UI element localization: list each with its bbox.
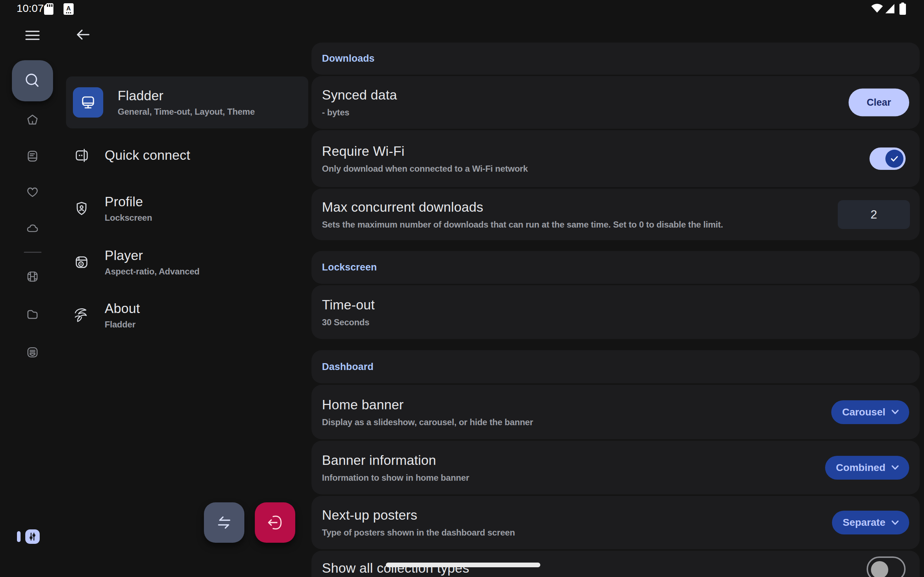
row-subtitle: Information to show in home banner [322, 472, 469, 482]
battery-icon [900, 3, 906, 15]
banner-information-dropdown[interactable]: Combined [825, 456, 909, 480]
hamburger-menu-icon [25, 30, 40, 41]
hamburger-menu-button[interactable] [24, 28, 41, 43]
row-title: Require Wi-Fi [322, 144, 528, 159]
check-icon [890, 154, 899, 163]
row-subtitle: Type of posters shown in the dashboard s… [322, 528, 515, 538]
section-header-label: Downloads [322, 53, 375, 64]
row-subtitle: Display as a slideshow, carousel, or hid… [322, 417, 533, 427]
rail-divider [24, 252, 42, 253]
cell-signal-icon [885, 4, 895, 13]
film-icon [25, 269, 40, 285]
row-title: Synced data [322, 88, 397, 103]
menu-item-title: Quick connect [105, 148, 190, 163]
settings-active-indicator [17, 531, 21, 542]
rail-item-media[interactable] [25, 269, 40, 284]
status-bar: 10:07 A [0, 0, 924, 17]
row-title: Time-out [322, 297, 375, 312]
back-button[interactable] [74, 27, 92, 43]
chevron-down-icon [891, 409, 899, 415]
toggle-thumb [871, 561, 888, 577]
svg-text:A: A [66, 5, 71, 12]
search-icon [23, 71, 42, 90]
menu-item-profile[interactable]: Profile Lockscreen [66, 191, 308, 226]
settings-screen: 10:07 A [0, 0, 924, 577]
menu-item-subtitle: Fladder [105, 319, 140, 330]
rail-item-home[interactable] [25, 113, 40, 127]
shield-account-icon [73, 200, 90, 217]
monitor-icon [79, 94, 97, 111]
fladder-app-tile [73, 87, 103, 118]
menu-item-title: About [105, 301, 140, 316]
row-max-concurrent-downloads[interactable]: Max concurrent downloads Sets the maximu… [312, 189, 920, 240]
chevron-down-icon [891, 520, 899, 525]
require-wifi-toggle[interactable] [869, 148, 906, 170]
player-icon [73, 254, 90, 271]
menu-item-subtitle: Aspect-ratio, Advanced [105, 266, 200, 277]
collections-icon [25, 344, 40, 360]
next-up-posters-dropdown[interactable]: Separate [832, 511, 909, 534]
dropdown-value: Separate [843, 517, 885, 528]
clear-button[interactable]: Clear [848, 89, 909, 116]
gesture-navigation-bar[interactable] [386, 562, 540, 567]
keyboard-a-icon: A [63, 3, 74, 15]
row-banner-information[interactable]: Banner information Information to show i… [312, 441, 920, 495]
section-header-lockscreen: Lockscreen [312, 251, 920, 284]
row-subtitle: Sets the maximum number of downloads tha… [322, 219, 723, 229]
row-time-out[interactable]: Time-out 30 Seconds [312, 285, 920, 339]
section-header-label: Lockscreen [322, 262, 377, 273]
row-title: Banner information [322, 453, 469, 468]
wifi-icon [871, 3, 883, 13]
row-home-banner[interactable]: Home banner Display as a slideshow, caro… [312, 385, 920, 439]
section-header-dashboard: Dashboard [312, 350, 920, 384]
logout-button[interactable] [255, 502, 295, 543]
menu-item-player[interactable]: Player Aspect-ratio, Advanced [66, 245, 308, 279]
swap-arrows-icon [215, 514, 234, 531]
clock: 10:07 [16, 2, 44, 15]
row-title: Max concurrent downloads [322, 200, 723, 214]
back-arrow-icon [76, 28, 90, 41]
menu-item-title: Player [105, 248, 200, 263]
toggle-thumb [885, 150, 903, 168]
dropdown-value: Carousel [842, 406, 885, 418]
section-header-downloads: Downloads [312, 43, 920, 75]
show-all-collection-types-toggle[interactable] [867, 556, 906, 577]
row-require-wifi[interactable]: Require Wi-Fi Only download when connect… [312, 130, 920, 187]
rail-item-sync[interactable] [25, 221, 40, 235]
logout-icon [265, 513, 285, 532]
sliders-icon [27, 531, 37, 542]
row-synced-data[interactable]: Synced data - bytes Clear [312, 76, 920, 129]
switch-server-button[interactable] [204, 502, 244, 543]
row-subtitle: - bytes [322, 108, 397, 118]
rail-item-search[interactable] [12, 60, 53, 102]
rail-item-favorites[interactable] [25, 185, 40, 199]
menu-item-fladder[interactable]: Fladder General, Time-out, Layout, Theme [66, 76, 308, 128]
library-icon [25, 148, 40, 164]
folder-icon [25, 306, 40, 322]
rail-item-library[interactable] [25, 149, 40, 163]
row-title: Next-up posters [322, 508, 515, 523]
menu-item-title: Profile [105, 194, 152, 210]
row-next-up-posters[interactable]: Next-up posters Type of posters shown in… [312, 496, 920, 549]
row-subtitle: 30 Seconds [322, 317, 375, 327]
dropdown-value: Combined [836, 462, 885, 474]
row-subtitle: Only download when connected to a Wi-Fi … [322, 164, 528, 174]
rail-item-collections[interactable] [25, 345, 40, 359]
rail-item-folders[interactable] [25, 307, 40, 322]
quick-connect-icon [73, 147, 90, 164]
home-banner-dropdown[interactable]: Carousel [831, 400, 909, 424]
menu-item-subtitle: Lockscreen [105, 213, 152, 223]
rail-item-settings[interactable] [25, 529, 40, 544]
menu-item-quick-connect[interactable]: Quick connect [66, 142, 308, 169]
cloud-icon [25, 220, 40, 236]
menu-item-about[interactable]: About Fladder [66, 298, 308, 332]
max-downloads-input[interactable]: 2 [838, 200, 910, 229]
menu-item-title: Fladder [118, 89, 255, 103]
sdcard-icon [44, 3, 53, 15]
home-icon [25, 112, 40, 128]
heart-icon [25, 184, 40, 200]
row-title: Home banner [322, 397, 533, 412]
fladder-logo-icon [73, 306, 90, 324]
menu-item-subtitle: General, Time-out, Layout, Theme [118, 107, 255, 117]
section-header-label: Dashboard [322, 361, 373, 372]
